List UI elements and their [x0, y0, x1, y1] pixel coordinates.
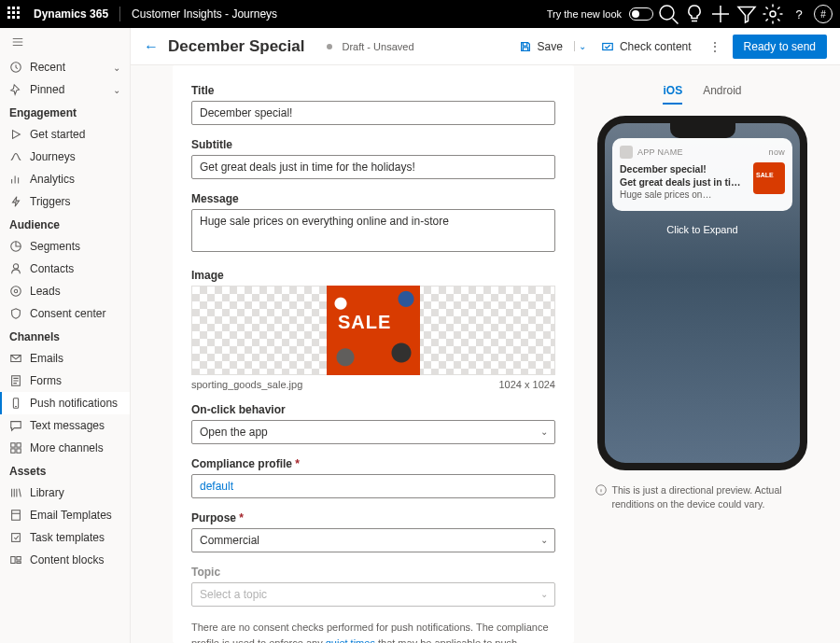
lightbulb-icon[interactable]	[683, 3, 706, 25]
check-label: Check content	[620, 40, 692, 53]
compliance-label: Compliance profile	[191, 457, 555, 470]
preview-panel: iOS Android APP NAME now December spe	[574, 65, 840, 643]
nav-triggers[interactable]: Triggers	[0, 190, 130, 213]
sale-image-thumb	[327, 286, 420, 375]
nav-label: Pinned	[30, 83, 64, 96]
blocks-icon	[9, 553, 22, 566]
nav-journeys[interactable]: Journeys	[0, 146, 130, 168]
svg-rect-12	[11, 449, 15, 453]
try-new-look-toggle[interactable]	[629, 7, 653, 21]
help-icon[interactable]: ?	[788, 3, 810, 25]
save-split-chevron[interactable]: ⌄	[574, 41, 590, 51]
play-icon	[9, 128, 22, 141]
notif-subtitle: Get great deals just in tim…	[620, 175, 741, 189]
chevron-down-icon: ⌄	[113, 85, 120, 95]
target-icon	[9, 285, 22, 298]
clock-icon	[9, 61, 22, 74]
chat-icon	[9, 419, 22, 432]
disclaimer-text: This is just a directional preview. Actu…	[612, 483, 810, 510]
gear-icon[interactable]	[762, 3, 784, 25]
compliance-select[interactable]	[191, 474, 555, 498]
preview-tabs: iOS Android	[663, 84, 741, 105]
message-input[interactable]: Huge sale prices on everything online an…	[191, 209, 555, 252]
nav-task-templates[interactable]: Task templates	[0, 526, 130, 549]
nav-label: Forms	[30, 374, 62, 387]
onclick-select[interactable]	[191, 420, 555, 444]
click-to-expand[interactable]: Click to Expand	[605, 224, 800, 235]
nav-get-started[interactable]: Get started	[0, 123, 130, 146]
image-label: Image	[191, 269, 555, 282]
status-dot	[327, 44, 332, 49]
nav-label: Get started	[30, 128, 85, 141]
nav-library[interactable]: Library	[0, 482, 130, 504]
svg-rect-10	[11, 443, 15, 447]
title-input[interactable]	[191, 101, 555, 125]
nav-contacts[interactable]: Contacts	[0, 258, 130, 280]
image-filename: sporting_goods_sale.jpg	[191, 379, 302, 390]
nav-emails[interactable]: Emails	[0, 347, 130, 370]
notif-title: December special!	[620, 162, 748, 175]
person-icon	[9, 262, 22, 275]
svg-point-1	[770, 11, 776, 17]
bolt-icon	[9, 195, 22, 208]
nav-label: Content blocks	[30, 553, 104, 566]
nav-label: Emails	[30, 352, 63, 365]
compliance-help-text: There are no consent checks performed fo…	[191, 620, 555, 643]
add-icon[interactable]	[709, 3, 732, 25]
pie-icon	[9, 240, 22, 253]
nav-text-messages[interactable]: Text messages	[0, 414, 130, 437]
svg-point-6	[14, 289, 18, 293]
ready-to-send-button[interactable]: Ready to send	[733, 35, 827, 59]
global-header: Dynamics 365 Customer Insights - Journey…	[0, 0, 840, 28]
more-commands-button[interactable]: ⋮	[703, 39, 727, 54]
save-button[interactable]: Save	[513, 36, 568, 57]
page-title: December Special	[168, 37, 304, 56]
status-text: Draft - Unsaved	[342, 41, 413, 52]
notif-image-thumb	[753, 162, 785, 194]
message-label: Message	[191, 192, 555, 205]
nav-consent-center[interactable]: Consent center	[0, 302, 130, 325]
purpose-select[interactable]	[191, 528, 555, 552]
back-button[interactable]: ←	[144, 38, 159, 55]
nav-collapse-button[interactable]	[0, 28, 130, 56]
nav-label: Task templates	[30, 531, 105, 544]
app-launcher-icon[interactable]	[7, 7, 22, 21]
nav-group-assets: Assets	[0, 459, 130, 482]
nav-email-templates[interactable]: Email Templates	[0, 504, 130, 526]
topic-select	[191, 582, 555, 607]
topic-label: Topic	[191, 566, 555, 579]
journey-icon	[9, 150, 22, 163]
svg-point-5	[11, 287, 21, 297]
nav-push-notifications[interactable]: Push notifications	[0, 392, 130, 414]
nav-more-channels[interactable]: More channels	[0, 437, 130, 459]
nav-recent[interactable]: Recent⌄	[0, 56, 130, 78]
try-new-look-label: Try the new look	[547, 8, 622, 20]
nav-pinned[interactable]: Pinned⌄	[0, 78, 130, 101]
nav-segments[interactable]: Segments	[0, 235, 130, 258]
search-icon[interactable]	[657, 3, 679, 25]
check-content-button[interactable]: Check content	[595, 36, 697, 57]
tab-android[interactable]: Android	[703, 84, 741, 105]
quiet-times-link[interactable]: quiet times	[326, 637, 375, 644]
tab-ios[interactable]: iOS	[663, 84, 682, 105]
nav-leads[interactable]: Leads	[0, 280, 130, 302]
subtitle-input[interactable]	[191, 155, 555, 179]
task-icon	[9, 531, 22, 544]
svg-rect-19	[603, 43, 613, 49]
nav-label: Leads	[30, 285, 61, 298]
chart-icon	[9, 173, 22, 186]
user-avatar[interactable]: #	[814, 5, 833, 23]
notification-card[interactable]: APP NAME now December special! Get great…	[612, 138, 792, 211]
nav-forms[interactable]: Forms	[0, 370, 130, 392]
nav-content-blocks[interactable]: Content blocks	[0, 549, 130, 571]
nav-label: Recent	[30, 61, 65, 74]
image-preview[interactable]	[191, 286, 555, 375]
info-icon	[595, 484, 607, 496]
nav-group-engagement: Engagement	[0, 101, 130, 123]
mail-icon	[9, 352, 22, 365]
nav-label: Library	[30, 486, 64, 499]
nav-group-channels: Channels	[0, 325, 130, 347]
form-panel: Title Subtitle Message Huge sale prices …	[173, 65, 574, 643]
nav-analytics[interactable]: Analytics	[0, 168, 130, 190]
filter-icon[interactable]	[735, 3, 758, 25]
